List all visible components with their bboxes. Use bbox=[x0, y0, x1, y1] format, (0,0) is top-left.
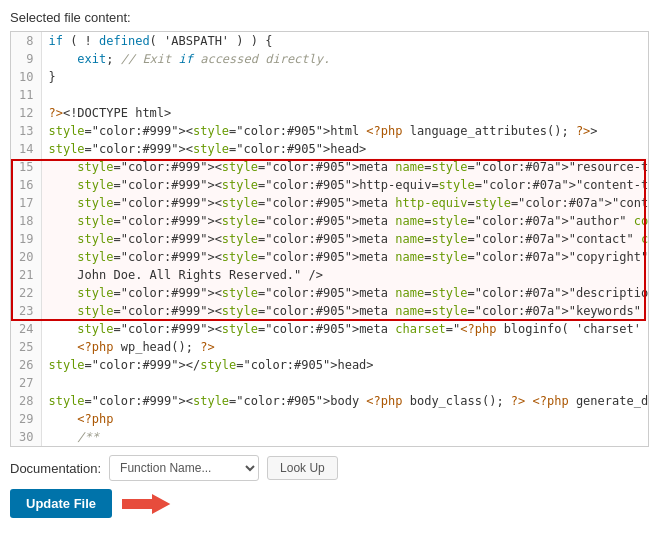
line-content: style="color:#999"><style="color:#905">m… bbox=[42, 212, 649, 230]
line-content: style="color:#999"><style="color:#905">h… bbox=[42, 140, 649, 158]
line-content: style="color:#999"><style="color:#905">m… bbox=[42, 158, 649, 176]
table-row: 17 style="color:#999"><style="color:#905… bbox=[11, 194, 649, 212]
table-row: 8if ( ! defined( 'ABSPATH' ) ) { bbox=[11, 32, 649, 50]
table-row: 20 style="color:#999"><style="color:#905… bbox=[11, 248, 649, 266]
doc-label: Documentation: bbox=[10, 461, 101, 476]
arrow-icon bbox=[122, 492, 172, 516]
line-number: 29 bbox=[11, 410, 42, 428]
line-content: <?php wp_head(); ?> bbox=[42, 338, 649, 356]
line-number: 14 bbox=[11, 140, 42, 158]
line-number: 26 bbox=[11, 356, 42, 374]
line-content bbox=[42, 374, 649, 392]
line-content: /** bbox=[42, 428, 649, 446]
table-row: 22 style="color:#999"><style="color:#905… bbox=[11, 284, 649, 302]
table-row: 9 exit; // Exit if accessed directly. bbox=[11, 50, 649, 68]
main-container: Selected file content: 8if ( ! defined( … bbox=[0, 0, 659, 542]
table-row: 16 style="color:#999"><style="color:#905… bbox=[11, 176, 649, 194]
table-row: 30 /** bbox=[11, 428, 649, 446]
line-content: <?php bbox=[42, 410, 649, 428]
line-number: 27 bbox=[11, 374, 42, 392]
line-number: 18 bbox=[11, 212, 42, 230]
line-number: 8 bbox=[11, 32, 42, 50]
line-number: 15 bbox=[11, 158, 42, 176]
line-number: 21 bbox=[11, 266, 42, 284]
line-number: 20 bbox=[11, 248, 42, 266]
code-table: 8if ( ! defined( 'ABSPATH' ) ) {9 exit; … bbox=[11, 32, 649, 446]
update-row: Update File bbox=[10, 489, 649, 518]
table-row: 19 style="color:#999"><style="color:#905… bbox=[11, 230, 649, 248]
line-number: 16 bbox=[11, 176, 42, 194]
line-number: 22 bbox=[11, 284, 42, 302]
line-content: style="color:#999"><style="color:#905">m… bbox=[42, 320, 649, 338]
line-content: style="color:#999"><style="color:#905">m… bbox=[42, 284, 649, 302]
line-number: 30 bbox=[11, 428, 42, 446]
lookup-button[interactable]: Look Up bbox=[267, 456, 338, 480]
section-title: Selected file content: bbox=[10, 10, 649, 25]
table-row: 27 bbox=[11, 374, 649, 392]
table-row: 28style="color:#999"><style="color:#905"… bbox=[11, 392, 649, 410]
table-row: 14style="color:#999"><style="color:#905"… bbox=[11, 140, 649, 158]
line-content: ?><!DOCTYPE html> bbox=[42, 104, 649, 122]
table-row: 18 style="color:#999"><style="color:#905… bbox=[11, 212, 649, 230]
line-content: style="color:#999"><style="color:#905">m… bbox=[42, 230, 649, 248]
table-row: 21 John Doe. All Rights Reserved." /> bbox=[11, 266, 649, 284]
function-name-select[interactable]: Function Name... bbox=[109, 455, 259, 481]
line-number: 9 bbox=[11, 50, 42, 68]
line-content: style="color:#999"><style="color:#905">m… bbox=[42, 194, 649, 212]
line-content: John Doe. All Rights Reserved." /> bbox=[42, 266, 649, 284]
line-content: style="color:#999"><style="color:#905">b… bbox=[42, 392, 649, 410]
table-row: 23 style="color:#999"><style="color:#905… bbox=[11, 302, 649, 320]
table-row: 15 style="color:#999"><style="color:#905… bbox=[11, 158, 649, 176]
update-file-button[interactable]: Update File bbox=[10, 489, 112, 518]
line-number: 17 bbox=[11, 194, 42, 212]
svg-marker-0 bbox=[122, 494, 170, 514]
line-content bbox=[42, 86, 649, 104]
line-content: } bbox=[42, 68, 649, 86]
line-content: exit; // Exit if accessed directly. bbox=[42, 50, 649, 68]
table-row: 13style="color:#999"><style="color:#905"… bbox=[11, 122, 649, 140]
line-number: 11 bbox=[11, 86, 42, 104]
table-row: 29 <?php bbox=[11, 410, 649, 428]
table-row: 26style="color:#999"></style="color:#905… bbox=[11, 356, 649, 374]
line-number: 12 bbox=[11, 104, 42, 122]
table-row: 25 <?php wp_head(); ?> bbox=[11, 338, 649, 356]
line-number: 28 bbox=[11, 392, 42, 410]
line-content: style="color:#999"></style="color:#905">… bbox=[42, 356, 649, 374]
line-content: style="color:#999"><style="color:#905">m… bbox=[42, 302, 649, 320]
line-number: 24 bbox=[11, 320, 42, 338]
line-content: if ( ! defined( 'ABSPATH' ) ) { bbox=[42, 32, 649, 50]
line-content: style="color:#999"><style="color:#905">h… bbox=[42, 176, 649, 194]
table-row: 12?><!DOCTYPE html> bbox=[11, 104, 649, 122]
line-content: style="color:#999"><style="color:#905">h… bbox=[42, 122, 649, 140]
table-row: 24 style="color:#999"><style="color:#905… bbox=[11, 320, 649, 338]
code-editor[interactable]: 8if ( ! defined( 'ABSPATH' ) ) {9 exit; … bbox=[10, 31, 649, 447]
table-row: 11 bbox=[11, 86, 649, 104]
line-content: style="color:#999"><style="color:#905">m… bbox=[42, 248, 649, 266]
table-row: 10} bbox=[11, 68, 649, 86]
line-number: 13 bbox=[11, 122, 42, 140]
documentation-row: Documentation: Function Name... Look Up bbox=[10, 455, 649, 481]
line-number: 19 bbox=[11, 230, 42, 248]
line-number: 25 bbox=[11, 338, 42, 356]
line-number: 10 bbox=[11, 68, 42, 86]
bottom-bar: Documentation: Function Name... Look Up … bbox=[10, 455, 649, 518]
line-number: 23 bbox=[11, 302, 42, 320]
